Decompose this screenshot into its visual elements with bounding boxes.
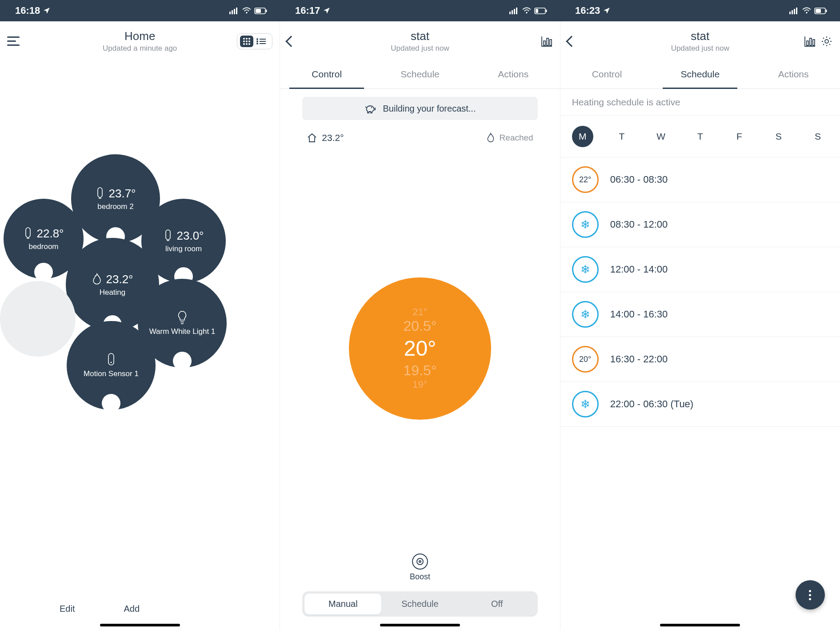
home-indicator[interactable]: [660, 624, 740, 626]
settings-button[interactable]: [820, 35, 833, 48]
svg-rect-26: [98, 188, 102, 197]
cool-badge: ❄: [572, 256, 599, 283]
tab-control[interactable]: Control: [280, 61, 373, 88]
device-label: Heating: [100, 288, 126, 297]
schedule-item[interactable]: 20° 16:30 - 22:00: [560, 337, 840, 382]
schedule-range: 12:00 - 14:00: [610, 264, 668, 275]
home-indicator[interactable]: [380, 624, 460, 626]
grid-view-button[interactable]: [240, 36, 253, 47]
page-title: Home: [47, 29, 232, 43]
temperature-dial[interactable]: 21° 20.5° 20° 19.5° 19°: [349, 277, 491, 420]
chart-button[interactable]: [804, 36, 816, 47]
page-title: stat: [327, 29, 512, 43]
wifi-icon: [242, 7, 252, 14]
svg-rect-34: [544, 41, 545, 45]
svg-rect-24: [26, 228, 30, 237]
day-selector: M T W T F S S: [560, 116, 840, 157]
svg-point-20: [806, 12, 808, 14]
battery-icon: [814, 8, 828, 14]
dial-value-below: 19.5°: [403, 362, 436, 379]
mode-off[interactable]: Off: [459, 594, 536, 614]
schedule-range: 22:00 - 06:30 (Tue): [610, 398, 694, 410]
device-temp: 23.2°: [106, 273, 133, 286]
view-toggle[interactable]: [237, 33, 272, 49]
schedule-list: 22° 06:30 - 08:30 ❄ 08:30 - 12:00 ❄ 12:0…: [560, 157, 840, 427]
edit-button[interactable]: Edit: [60, 604, 75, 614]
page-subtitle: Updated just now: [327, 44, 512, 53]
device-temp: 23.7°: [108, 187, 136, 201]
schedule-item[interactable]: ❄ 14:00 - 16:30: [560, 292, 840, 337]
home-temp: 23.2°: [322, 132, 344, 143]
forecast-banner: Building your forecast...: [302, 97, 537, 120]
wifi-icon: [522, 7, 532, 14]
piggy-bank-icon: [364, 103, 376, 114]
schedule-item[interactable]: ❄ 22:00 - 06:30 (Tue): [560, 382, 840, 427]
day-thu[interactable]: T: [689, 126, 711, 147]
home-icon: [307, 132, 317, 143]
tab-actions[interactable]: Actions: [747, 61, 840, 88]
back-button[interactable]: [568, 37, 576, 45]
app-header: Home Updated a minute ago: [0, 21, 280, 56]
dial-value-above2: 21°: [412, 306, 427, 318]
tab-control[interactable]: Control: [560, 61, 654, 88]
status-time: 16:23: [575, 5, 600, 16]
schedule-item[interactable]: ❄ 12:00 - 14:00: [560, 247, 840, 292]
snowflake-icon: ❄: [580, 264, 590, 275]
heat-badge: 20°: [572, 346, 599, 373]
svg-rect-32: [108, 353, 114, 365]
motion-sensor-icon: [106, 353, 116, 368]
schedule-range: 06:30 - 08:30: [610, 174, 668, 185]
status-bar-1: 16:18: [0, 0, 280, 21]
schedule-item[interactable]: 22° 06:30 - 08:30: [560, 157, 840, 202]
page-subtitle: Updated a minute ago: [47, 44, 232, 53]
wifi-icon: [802, 7, 812, 14]
boost-button[interactable]: Boost: [280, 554, 560, 586]
panel-schedule: stat Updated just now Control Schedule A…: [560, 21, 840, 630]
svg-rect-9: [512, 10, 513, 14]
tabs: Control Schedule Actions: [560, 61, 840, 89]
page-subtitle: Updated just now: [608, 44, 793, 53]
flame-icon: [92, 273, 102, 285]
add-button[interactable]: Add: [124, 604, 140, 614]
home-indicator[interactable]: [100, 624, 180, 626]
snowflake-icon: ❄: [580, 309, 590, 320]
cool-badge: ❄: [572, 301, 599, 328]
day-sun[interactable]: S: [807, 126, 828, 147]
snowflake-icon: ❄: [580, 219, 590, 230]
svg-point-37: [371, 107, 372, 108]
mode-manual[interactable]: Manual: [304, 594, 381, 614]
more-fab[interactable]: [796, 580, 825, 610]
schedule-item[interactable]: ❄ 08:30 - 12:00: [560, 202, 840, 247]
bulb-icon: [176, 310, 188, 325]
svg-rect-28: [166, 230, 170, 240]
schedule-range: 14:00 - 16:30: [610, 309, 668, 320]
back-button[interactable]: [287, 37, 295, 45]
svg-rect-22: [816, 9, 821, 13]
tab-actions[interactable]: Actions: [467, 61, 560, 88]
menu-button[interactable]: [7, 36, 21, 46]
tab-schedule[interactable]: Schedule: [653, 61, 747, 88]
list-view-button[interactable]: [256, 36, 269, 47]
radiator-icon: [163, 229, 173, 242]
day-fri[interactable]: F: [729, 126, 750, 147]
day-wed[interactable]: W: [650, 126, 672, 147]
svg-rect-36: [550, 40, 552, 45]
tabs: Control Schedule Actions: [280, 61, 560, 89]
day-tue[interactable]: T: [611, 126, 632, 147]
dial-value-above: 20.5°: [403, 318, 436, 334]
cool-badge: ❄: [572, 211, 599, 238]
mode-schedule[interactable]: Schedule: [381, 594, 458, 614]
chart-button[interactable]: [540, 36, 553, 47]
tab-schedule[interactable]: Schedule: [373, 61, 467, 88]
svg-rect-19: [796, 8, 797, 14]
day-mon[interactable]: M: [572, 126, 593, 147]
snowflake-icon: ❄: [580, 398, 590, 410]
day-sat[interactable]: S: [768, 126, 789, 147]
device-label: bedroom: [28, 242, 58, 251]
battery-icon: [254, 8, 268, 14]
status-bar-row: 16:18 16:17 16:2: [0, 0, 840, 21]
svg-rect-40: [813, 40, 815, 45]
device-label: living room: [165, 245, 202, 253]
device-motion-sensor[interactable]: Motion Sensor 1: [67, 321, 156, 410]
status-bar-3: 16:23: [560, 0, 840, 21]
